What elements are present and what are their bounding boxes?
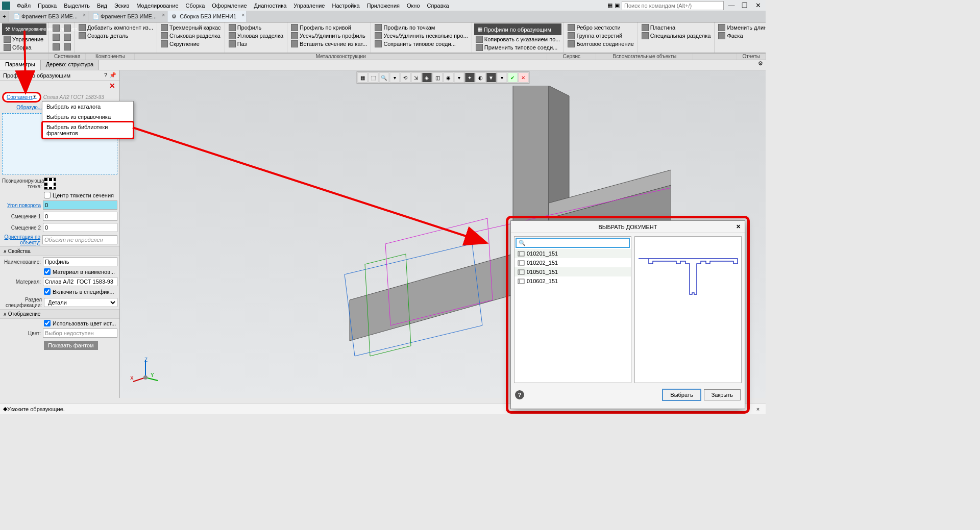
offset2-input[interactable] [43,223,117,232]
center-section-checkbox[interactable] [44,192,51,198]
doc-tab-0[interactable]: 📄Фрагмент БЕЗ ИМЕ...× [9,11,88,22]
sys-btn-1[interactable] [51,23,61,33]
profile-points-button[interactable]: Профиль по точкам [373,23,469,32]
rot-angle-input[interactable] [43,200,117,210]
dropdown-item-reference[interactable]: Выбрать из справочника [42,112,133,122]
mat-in-name-checkbox[interactable] [44,268,51,275]
menu-design[interactable]: Оформление [208,2,250,10]
save-section-button[interactable]: Сохранить типовое соеди... [373,40,469,48]
mode-management[interactable]: Управление [2,35,46,43]
copy-point-button[interactable]: Копировать с указанием по... [474,35,562,43]
stiff-rib-button[interactable]: Ребро жесткости [566,23,635,32]
menu-window[interactable]: Окно [403,2,424,10]
trim-extend-button[interactable]: Усечь/Удлинить профиль [289,32,369,40]
list-item[interactable]: 010201_151 [514,249,631,258]
params-panel-tab[interactable]: Параметры [0,60,41,70]
bolt-button[interactable]: Болтовое соединение [566,40,635,48]
material-input[interactable] [43,277,117,286]
dialog-search-input[interactable]: 🔍 [516,238,630,248]
dropdown-item-catalog[interactable]: Выбрать из каталога [42,102,133,112]
panel-close-icon[interactable]: ✕ [0,81,119,91]
spec-cut-button[interactable]: Специальная разделка [640,32,713,40]
name-input[interactable] [43,257,117,266]
props-header[interactable]: ∧ Свойства [0,246,119,256]
maximize-button[interactable]: ❐ [739,1,750,10]
hole-group-button[interactable]: Группа отверстий [566,32,635,40]
doc-tab-1[interactable]: 📄Фрагмент БЕЗ ИМЕ...× [88,11,167,22]
menu-apps[interactable]: Приложения [363,2,403,10]
mode-assembly[interactable]: Сборка [2,43,46,52]
vt-7[interactable]: ◫ [432,72,443,83]
slot-button[interactable]: Паз [227,40,285,48]
panel-settings-icon[interactable]: ⚙ [755,60,766,70]
close-button[interactable]: ✕ [752,1,764,10]
position-grid-icon[interactable] [44,178,56,190]
frame-button[interactable]: Трехмерный каркас [159,23,223,32]
vt-9[interactable]: ▾ [454,72,464,83]
command-search-input[interactable] [622,1,724,10]
close-icon[interactable]: × [83,12,86,18]
close-icon[interactable]: × [241,12,244,18]
corner-cut-button[interactable]: Угловая разделка [227,32,285,40]
change-length-button[interactable]: Изменить длину [717,23,766,32]
dropdown-item-library[interactable]: Выбрать из библиотеки фрагментов [42,122,133,138]
trim-multi-button[interactable]: Усечь/Удлинить несколько про... [373,32,469,40]
apply-button[interactable]: ✔ [507,72,518,83]
orient-input[interactable] [42,235,117,244]
vt-4[interactable]: ⟲ [400,72,410,83]
vt-8[interactable]: ◉ [443,72,453,83]
dialog-close-button[interactable]: ✕ [733,222,743,231]
sys-btn-3[interactable] [51,33,61,42]
menu-modeling[interactable]: Моделирование [133,2,182,10]
layout2-icon[interactable]: ▣ [615,2,620,9]
color-input[interactable] [43,329,117,338]
dialog-help-icon[interactable]: ? [515,390,524,399]
vt-12[interactable]: ▼ [486,72,496,83]
menu-manage[interactable]: Управление [290,2,328,10]
vt-11[interactable]: ◐ [475,72,485,83]
create-part-button[interactable]: Создать деталь [77,32,155,40]
use-color-checkbox[interactable] [44,320,51,326]
plate-button[interactable]: Пластина [640,23,713,32]
layout-icon[interactable]: ▦ [607,2,612,9]
pin-icon[interactable]: 📌 [109,72,116,79]
fillet-button[interactable]: Скругление [159,40,223,48]
vt-10[interactable]: ✦ [464,72,475,83]
vt-6[interactable]: ◈ [422,72,432,83]
profile-button[interactable]: Профиль [227,23,285,32]
new-tab-button[interactable]: + [0,11,9,22]
mode-metal-modeling[interactable]: ⚒Моделирование металлоконст... [2,23,46,35]
menu-sketch[interactable]: Эскиз [111,2,133,10]
apply-std-button[interactable]: Применить типовое соеди... [474,43,562,52]
incl-spec-checkbox[interactable] [44,288,51,295]
doc-tab-2[interactable]: ⚙Сборка БЕЗ ИМЕНИ1× [167,11,247,22]
list-item[interactable]: 010602_151 [514,276,631,286]
sys-btn-5[interactable] [51,42,61,52]
vt-3[interactable]: ▾ [389,72,400,83]
menu-select[interactable]: Выделить [60,2,93,10]
list-item[interactable]: 010501_151 [514,267,631,276]
cancel-button[interactable]: ✕ [518,72,528,83]
generators-link[interactable]: Образую... [2,105,42,110]
chamfer-button[interactable]: Фаска [717,32,766,40]
vt-zoom[interactable]: 🔍 [379,72,389,83]
menu-edit[interactable]: Правка [34,2,60,10]
menu-settings[interactable]: Настройка [328,2,363,10]
menu-file[interactable]: Файл [13,2,34,10]
display-header[interactable]: ∧ Отображение [0,309,119,319]
sys-btn-6[interactable] [62,42,72,52]
profile-curve-button[interactable]: Профиль по кривой [289,23,369,32]
butt-cut-button[interactable]: Стыковая разделка [159,32,223,40]
status-close-icon[interactable]: × [753,406,763,412]
vt-13[interactable]: ▾ [497,72,507,83]
sys-btn-4[interactable] [62,33,72,42]
insert-section-button[interactable]: Вставить сечение из кат... [289,40,369,48]
add-component-button[interactable]: Добавить компонент из... [77,23,155,32]
menu-assembly[interactable]: Сборка [182,2,209,10]
help-icon[interactable]: ? [104,72,107,79]
minimize-button[interactable]: — [726,1,737,10]
vt-5[interactable]: ⇲ [411,72,421,83]
vt-1[interactable]: ▦ [357,72,368,83]
sortament-dropdown[interactable]: Сортамент [2,92,41,103]
profiles-generators-button[interactable]: ▦Профили по образующим [474,23,562,35]
